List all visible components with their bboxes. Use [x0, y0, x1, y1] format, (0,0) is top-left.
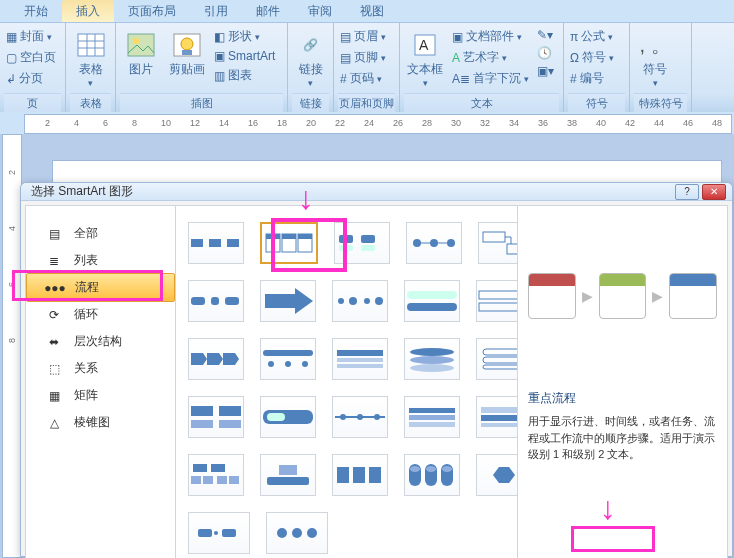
header-button[interactable]: ▤页眉▾ — [338, 27, 388, 46]
vertical-ruler[interactable]: 2468 — [2, 134, 22, 558]
smartart-thumb[interactable] — [188, 454, 244, 496]
svg-point-36 — [338, 298, 344, 304]
obj-button[interactable]: ▣▾ — [535, 63, 556, 79]
smartart-button[interactable]: ▣SmartArt — [212, 48, 277, 64]
smartart-thumb[interactable] — [260, 338, 316, 380]
sig-button[interactable]: ✎▾ — [535, 27, 556, 43]
svg-rect-76 — [193, 464, 207, 472]
close-button[interactable]: ✕ — [702, 184, 726, 200]
tab-references[interactable]: 引用 — [190, 0, 242, 22]
smartart-thumb[interactable] — [334, 222, 390, 264]
smartart-thumb[interactable] — [188, 512, 250, 554]
smartart-thumb[interactable] — [406, 222, 462, 264]
category-icon: ⟳ — [44, 308, 64, 322]
ruler-mark: 22 — [335, 118, 345, 128]
svg-rect-12 — [191, 239, 203, 247]
smartart-thumb[interactable] — [266, 512, 328, 554]
dialog-titlebar[interactable]: 选择 SmartArt 图形 ? ✕ — [21, 183, 732, 201]
svg-rect-52 — [337, 358, 383, 362]
category-pyramid[interactable]: △棱锥图 — [26, 409, 175, 436]
ruler-mark: 42 — [625, 118, 635, 128]
tab-page-layout[interactable]: 页面布局 — [114, 0, 190, 22]
sig-icon: ✎▾ — [537, 28, 553, 42]
page-break-button[interactable]: ↲分页 — [4, 69, 58, 88]
cover-page-button[interactable]: ▦封面▾ — [4, 27, 58, 46]
svg-rect-33 — [211, 297, 219, 305]
smartart-thumb[interactable] — [332, 454, 388, 496]
shapes-button[interactable]: ◧形状▾ — [212, 27, 277, 46]
smartart-thumb[interactable] — [332, 396, 388, 438]
picture-button[interactable]: 图片 — [120, 25, 162, 78]
page-number-button[interactable]: #页码▾ — [338, 69, 388, 88]
category-icon: ▤ — [44, 227, 64, 241]
smartart-thumb[interactable] — [260, 280, 316, 322]
wordart-button[interactable]: A艺术字▾ — [450, 48, 531, 67]
svg-rect-81 — [229, 476, 239, 484]
smartart-thumb[interactable] — [332, 280, 388, 322]
smartart-thumb[interactable] — [188, 396, 244, 438]
category-hierarchy[interactable]: ⬌层次结构 — [26, 328, 175, 355]
date-button[interactable]: 🕓 — [535, 45, 556, 61]
smartart-thumb[interactable] — [476, 280, 517, 322]
smartart-thumb[interactable] — [260, 454, 316, 496]
smartart-thumb[interactable] — [188, 338, 244, 380]
special-symbol-button[interactable]: , 。符号▾ — [634, 25, 676, 88]
number-button[interactable]: #编号 — [568, 69, 616, 88]
svg-point-37 — [349, 297, 357, 305]
textbox-button[interactable]: A文本框▾ — [404, 25, 446, 88]
symbol-button[interactable]: Ω符号▾ — [568, 48, 616, 67]
svg-rect-72 — [409, 422, 455, 427]
ruler-mark: 32 — [480, 118, 490, 128]
category-icon: ▦ — [44, 389, 64, 403]
footer-icon: ▤ — [340, 51, 351, 65]
footer-button[interactable]: ▤页脚▾ — [338, 48, 388, 67]
tab-home[interactable]: 开始 — [10, 0, 62, 22]
svg-rect-60 — [191, 406, 213, 416]
links-button[interactable]: 🔗链接▾ — [292, 25, 329, 88]
svg-rect-16 — [266, 234, 280, 239]
smartart-thumb[interactable] — [404, 280, 460, 322]
tab-view[interactable]: 视图 — [346, 0, 398, 22]
category-list[interactable]: ≣列表 — [26, 247, 175, 274]
tab-review[interactable]: 审阅 — [294, 0, 346, 22]
dropcap-button[interactable]: A≣首字下沉▾ — [450, 69, 531, 88]
help-button[interactable]: ? — [675, 184, 699, 200]
blank-page-button[interactable]: ▢空白页 — [4, 48, 58, 67]
ruler-mark: 8 — [7, 338, 17, 343]
smartart-thumb[interactable] — [188, 280, 244, 322]
smartart-thumb[interactable] — [404, 338, 460, 380]
smartart-thumb[interactable] — [476, 338, 517, 380]
smartart-thumb[interactable] — [188, 222, 244, 264]
category-relationship[interactable]: ⬚关系 — [26, 355, 175, 382]
group-label: 表格 — [70, 93, 111, 112]
smartart-thumb[interactable] — [404, 454, 460, 496]
smartart-thumb[interactable] — [478, 222, 517, 264]
category-matrix[interactable]: ▦矩阵 — [26, 382, 175, 409]
smartart-thumb[interactable] — [260, 396, 316, 438]
smartart-thumb[interactable] — [260, 222, 318, 264]
preview-card — [669, 273, 717, 319]
category-all[interactable]: ▤全部 — [26, 220, 175, 247]
svg-rect-74 — [481, 415, 517, 421]
quick-parts-button[interactable]: ▣文档部件▾ — [450, 27, 531, 46]
clipart-icon — [171, 29, 203, 61]
svg-rect-14 — [227, 239, 239, 247]
smartart-thumb[interactable] — [476, 454, 517, 496]
smartart-thumb[interactable] — [476, 396, 517, 438]
smartart-thumb[interactable] — [404, 396, 460, 438]
tab-mailings[interactable]: 邮件 — [242, 0, 294, 22]
horizontal-ruler[interactable]: 2468101214161820222426283032343638404244… — [24, 114, 732, 134]
category-label: 矩阵 — [74, 387, 98, 404]
chart-button[interactable]: ▥图表 — [212, 66, 277, 85]
ruler-mark: 48 — [712, 118, 722, 128]
svg-marker-35 — [265, 288, 313, 314]
smartart-thumb[interactable] — [332, 338, 388, 380]
table-button[interactable]: 表格▾ — [70, 25, 111, 88]
tab-insert[interactable]: 插入 — [62, 0, 114, 22]
equation-button[interactable]: π公式▾ — [568, 27, 616, 46]
svg-rect-21 — [339, 235, 353, 243]
category-cycle[interactable]: ⟳循环 — [26, 301, 175, 328]
category-process[interactable]: ●●●流程 — [26, 273, 175, 302]
clipart-button[interactable]: 剪贴画 — [166, 25, 208, 78]
svg-rect-5 — [128, 34, 154, 56]
